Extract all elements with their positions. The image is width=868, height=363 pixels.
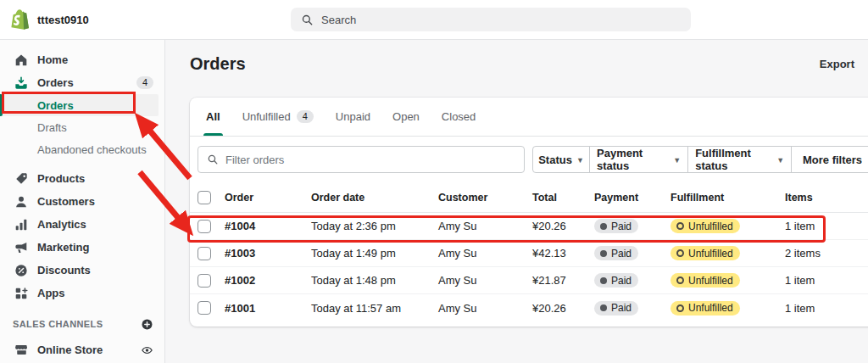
tab-unfulfilled[interactable]: Unfulfilled 4 — [231, 98, 325, 136]
apps-grid-icon — [14, 286, 29, 301]
bar-chart-icon — [14, 217, 29, 232]
select-all-checkbox[interactable] — [198, 191, 211, 204]
order-number: #1003 — [225, 247, 311, 260]
order-customer: Amy Su — [438, 247, 532, 260]
order-number: #1001 — [225, 302, 311, 315]
row-checkbox[interactable] — [198, 247, 211, 260]
fulfillment-status-filter-button[interactable]: Fulfillment status ▼ — [687, 147, 791, 172]
chevron-down-icon: ▼ — [576, 156, 584, 165]
export-button[interactable]: Export — [820, 58, 854, 70]
add-sales-channel-button[interactable] — [141, 318, 153, 331]
discount-icon — [14, 263, 29, 278]
order-number: #1002 — [225, 274, 311, 287]
filter-orders-field[interactable] — [198, 146, 525, 173]
orders-count-badge: 4 — [136, 76, 153, 89]
order-total: ¥20.26 — [532, 302, 594, 315]
unfulfilled-ring-icon — [676, 276, 684, 284]
fulfillment-badge-label: Unfulfilled — [688, 221, 733, 232]
filter-orders-input[interactable] — [225, 154, 515, 166]
paid-dot-icon — [600, 277, 607, 284]
payment-status-badge: Paid — [594, 246, 638, 260]
order-date: Today at 2:36 pm — [311, 220, 438, 232]
orders-table-body: #1004 Today at 2:36 pm Amy Su ¥20.26 Pai… — [190, 213, 868, 321]
sidebar-item-discounts[interactable]: Discounts — [0, 259, 164, 282]
search-icon — [207, 154, 219, 165]
order-customer: Amy Su — [438, 302, 532, 315]
order-row[interactable]: #1002 Today at 1:48 pm Amy Su ¥21.87 Pai… — [190, 267, 868, 294]
order-date: Today at 11:57 am — [311, 302, 438, 315]
topbar: tttest0910 — [0, 0, 868, 40]
sidebar-item-online-store[interactable]: Online Store — [0, 338, 164, 360]
col-header-items: Items — [785, 192, 868, 204]
fulfillment-status-badge: Unfulfilled — [670, 273, 740, 288]
sidebar-item-products[interactable]: Products — [0, 167, 164, 190]
person-icon — [14, 194, 29, 209]
sidebar-item-analytics[interactable]: Analytics — [0, 213, 164, 236]
sidebar-item-apps[interactable]: Apps — [0, 282, 164, 304]
more-filters-button[interactable]: More filters — [791, 147, 868, 172]
paid-dot-icon — [600, 304, 607, 311]
sidebar-subitem-abandoned-checkouts[interactable]: Abandoned checkouts — [0, 138, 164, 160]
col-header-total: Total — [532, 192, 594, 204]
global-search-input[interactable] — [321, 14, 681, 26]
order-total: ¥42.13 — [532, 247, 594, 260]
fulfillment-badge-label: Unfulfilled — [688, 276, 733, 286]
payment-status-badge: Paid — [594, 273, 638, 288]
sales-channels-header: SALES CHANNELS — [0, 316, 164, 332]
order-row[interactable]: #1001 Today at 11:57 am Amy Su ¥20.26 Pa… — [190, 294, 868, 321]
row-checkbox[interactable] — [198, 274, 211, 288]
unfulfilled-ring-icon — [676, 249, 684, 257]
sidebar-item-marketing[interactable]: Marketing — [0, 236, 164, 259]
col-header-order-date: Order date — [311, 192, 438, 204]
unfulfilled-count-badge: 4 — [297, 110, 314, 123]
payment-badge-label: Paid — [611, 303, 632, 313]
home-icon — [14, 53, 29, 68]
tag-icon — [14, 171, 29, 187]
order-row[interactable]: #1003 Today at 1:49 pm Amy Su ¥42.13 Pai… — [190, 240, 868, 267]
row-checkbox[interactable] — [198, 301, 211, 315]
tab-open[interactable]: Open — [381, 98, 431, 136]
sidebar-item-home[interactable]: Home — [0, 48, 164, 71]
order-items: 1 item — [785, 274, 868, 287]
unfulfilled-ring-icon — [676, 304, 684, 312]
page-title: Orders — [190, 54, 246, 74]
sidebar: Home Orders 4 Orders Drafts Abandoned ch… — [0, 40, 165, 363]
payment-badge-label: Paid — [611, 221, 632, 232]
order-total: ¥21.87 — [532, 274, 594, 287]
store-menu[interactable]: tttest0910 — [0, 9, 89, 30]
filter-bar: Status ▼ Payment status ▼ Fulfillment st… — [190, 137, 868, 182]
fulfillment-status-badge: Unfulfilled — [670, 301, 740, 316]
order-row[interactable]: #1004 Today at 2:36 pm Amy Su ¥20.26 Pai… — [190, 213, 868, 240]
order-customer: Amy Su — [438, 274, 532, 287]
payment-status-filter-button[interactable]: Payment status ▼ — [589, 147, 687, 172]
status-filter-button[interactable]: Status ▼ — [533, 147, 589, 172]
chevron-down-icon: ▼ — [673, 156, 681, 165]
sidebar-subitem-orders[interactable]: Orders — [0, 94, 159, 116]
payment-status-badge: Paid — [594, 219, 638, 233]
row-checkbox[interactable] — [198, 220, 211, 233]
view-online-store-eye-icon[interactable] — [141, 343, 153, 356]
order-customer: Amy Su — [438, 220, 532, 232]
order-date: Today at 1:48 pm — [311, 274, 438, 287]
sidebar-item-orders[interactable]: Orders 4 — [0, 71, 164, 94]
filter-button-group: Status ▼ Payment status ▼ Fulfillment st… — [532, 146, 868, 173]
orders-card: All Unfulfilled 4 Unpaid Open Closed Sta… — [190, 98, 868, 327]
payment-badge-label: Paid — [611, 276, 632, 286]
orders-tabs: All Unfulfilled 4 Unpaid Open Closed — [190, 98, 868, 137]
col-header-order: Order — [225, 192, 311, 204]
order-items: 1 item — [785, 302, 868, 315]
store-name: tttest0910 — [37, 14, 89, 26]
global-search[interactable] — [291, 8, 691, 31]
tab-unpaid[interactable]: Unpaid — [325, 98, 381, 136]
sidebar-item-customers[interactable]: Customers — [0, 190, 164, 213]
search-icon — [301, 14, 314, 26]
paid-dot-icon — [600, 223, 607, 230]
tab-closed[interactable]: Closed — [431, 98, 487, 136]
payment-status-badge: Paid — [594, 301, 638, 316]
order-items: 2 items — [785, 247, 868, 260]
sidebar-subitem-drafts[interactable]: Drafts — [0, 116, 164, 138]
col-header-fulfillment: Fulfillment — [670, 192, 785, 204]
tab-all[interactable]: All — [195, 98, 231, 136]
paid-dot-icon — [600, 250, 607, 257]
col-header-payment: Payment — [594, 192, 670, 204]
